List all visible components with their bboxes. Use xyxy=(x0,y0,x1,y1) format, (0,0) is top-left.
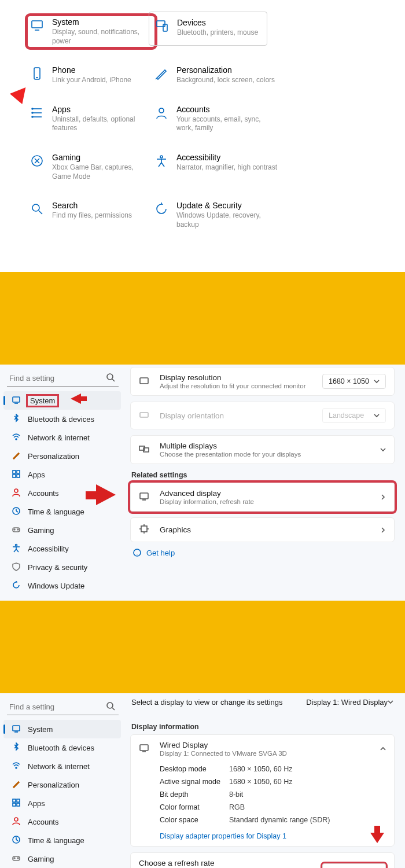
info-row: Bit depth8-bit xyxy=(160,788,386,801)
sidebar-item-update[interactable]: Windows Update xyxy=(3,576,121,595)
row-title: Advanced display xyxy=(160,489,380,498)
apps-icon xyxy=(29,105,45,121)
category-desc: Xbox Game Bar, captures, Game Mode xyxy=(52,163,153,181)
advanced-display-row[interactable]: Advanced displayDisplay information, ref… xyxy=(130,483,395,512)
display-information-label: Display information xyxy=(131,723,395,731)
display-selector-dropdown[interactable]: Display 1: Wired Display xyxy=(306,698,393,707)
resolution-dropdown[interactable]: 1680 × 1050 xyxy=(322,374,386,389)
personalization-icon xyxy=(12,451,22,461)
sidebar-item-privacy[interactable]: Privacy & security xyxy=(3,558,121,576)
settings-system-display: SystemBluetooth & devicesNetwork & inter… xyxy=(0,365,405,601)
refresh-rate-row[interactable]: Choose a refresh rateA higher rate gives… xyxy=(130,852,395,868)
apps-icon xyxy=(12,469,22,480)
sidebar-item-time[interactable]: Time & language xyxy=(3,831,121,849)
category-devices[interactable]: DevicesBluetooth, printers, mouse xyxy=(149,12,267,46)
row-title: Display resolution xyxy=(160,373,322,382)
category-title: Update & Security xyxy=(176,201,278,210)
category-personalization[interactable]: PersonalizationBackground, lock screen, … xyxy=(153,65,278,85)
chevron-right-icon xyxy=(380,527,386,533)
category-desc: Bluetooth, printers, mouse xyxy=(177,28,258,38)
devices-icon xyxy=(154,18,170,34)
display-info-card[interactable]: Wired DisplayDisplay 1: Connected to VMw… xyxy=(130,734,395,847)
svg-point-71 xyxy=(17,858,19,859)
info-key: Desktop mode xyxy=(160,765,229,773)
chevron-down-icon xyxy=(374,413,380,418)
multiple-displays-row[interactable]: Multiple displaysChoose the presentation… xyxy=(130,435,395,464)
category-search[interactable]: SearchFind my files, permissions xyxy=(29,201,153,229)
sidebar-item-label: Accounts xyxy=(28,818,58,826)
system-icon xyxy=(12,395,22,406)
info-key: Bit depth xyxy=(160,790,229,799)
row-desc: Adjust the resolution to fit your connec… xyxy=(160,382,322,389)
info-row: Color formatRGB xyxy=(160,801,386,814)
system-icon xyxy=(12,724,22,734)
svg-point-54 xyxy=(134,549,141,556)
category-gaming[interactable]: GamingXbox Game Bar, captures, Game Mode xyxy=(29,153,153,181)
sidebar-item-personalization[interactable]: Personalization xyxy=(3,447,121,465)
svg-point-60 xyxy=(16,767,17,768)
sidebar-item-label: Bluetooth & devices xyxy=(28,744,94,752)
svg-rect-43 xyxy=(140,378,148,384)
chevron-down-icon xyxy=(388,699,393,705)
refresh-rate-dropdown[interactable]: 60 Hz xyxy=(322,863,386,868)
svg-rect-29 xyxy=(13,475,16,477)
sidebar-item-bluetooth[interactable]: Bluetooth & devices xyxy=(3,410,121,428)
search-input-wrap xyxy=(7,370,119,387)
category-phone[interactable]: PhoneLink your Android, iPhone xyxy=(29,65,153,85)
sidebar-item-system[interactable]: System xyxy=(3,720,121,738)
display-resolution-row[interactable]: Display resolutionAdjust the resolution … xyxy=(130,367,395,396)
resolution-icon xyxy=(139,376,152,388)
sidebar-item-accounts[interactable]: Accounts xyxy=(3,812,121,831)
sidebar-item-apps[interactable]: Apps xyxy=(3,465,121,484)
sidebar-item-label: Time & language xyxy=(28,507,84,516)
search-input[interactable] xyxy=(7,699,119,715)
svg-line-68 xyxy=(16,840,18,841)
sidebar-item-gaming[interactable]: Gaming xyxy=(3,521,121,539)
settings-home: SystemDisplay, sound, notifications, pow… xyxy=(0,0,405,272)
accessibility-icon xyxy=(153,153,170,169)
sidebar-item-personalization[interactable]: Personalization xyxy=(3,775,121,794)
svg-rect-58 xyxy=(13,726,20,731)
svg-point-13 xyxy=(159,108,164,113)
info-row: Desktop mode1680 × 1050, 60 Hz xyxy=(160,763,386,775)
sidebar-item-apps[interactable]: Apps xyxy=(3,794,121,812)
sidebar-item-gaming[interactable]: Gaming xyxy=(3,849,121,868)
category-accounts[interactable]: AccountsYour accounts, email, sync, work… xyxy=(153,105,278,133)
svg-rect-27 xyxy=(13,470,16,473)
search-icon xyxy=(29,201,45,217)
gaming-icon xyxy=(12,525,22,535)
personalization-icon xyxy=(153,65,170,82)
category-title: Personalization xyxy=(176,65,275,75)
category-accessibility[interactable]: AccessibilityNarrator, magnifier, high c… xyxy=(153,153,278,181)
chevron-down-icon xyxy=(374,378,380,384)
category-desc: Display, sound, notifications, power xyxy=(52,28,153,46)
network-icon xyxy=(12,432,22,443)
adapter-properties-link[interactable]: Display adapter properties for Display 1 xyxy=(160,832,286,840)
sidebar-item-accessibility[interactable]: Accessibility xyxy=(3,539,121,558)
row-desc: Display 1: Connected to VMware SVGA 3D xyxy=(160,750,380,757)
category-title: Apps xyxy=(52,105,153,114)
info-row: Active signal mode1680 × 1050, 60 Hz xyxy=(160,775,386,788)
category-system[interactable]: SystemDisplay, sound, notifications, pow… xyxy=(29,17,153,46)
sidebar-item-label: Apps xyxy=(28,799,45,808)
category-apps[interactable]: AppsUninstall, defaults, optional featur… xyxy=(29,105,153,133)
bluetooth-icon xyxy=(12,414,22,424)
sidebar-item-network[interactable]: Network & internet xyxy=(3,428,121,447)
svg-rect-49 xyxy=(141,526,147,532)
sidebar-item-system[interactable]: System xyxy=(3,391,121,410)
svg-line-18 xyxy=(159,163,161,167)
get-help-link[interactable]: Get help xyxy=(132,548,395,557)
sidebar-item-label: Apps xyxy=(28,470,45,479)
graphics-row[interactable]: Graphics xyxy=(130,517,395,542)
svg-rect-63 xyxy=(13,803,16,806)
search-input[interactable] xyxy=(7,370,119,387)
sidebar-item-network[interactable]: Network & internet xyxy=(3,757,121,775)
category-update[interactable]: Update & SecurityWindows Update, recover… xyxy=(153,201,278,229)
svg-line-42 xyxy=(16,549,19,552)
svg-rect-44 xyxy=(140,413,148,417)
category-desc: Background, lock screen, colors xyxy=(176,76,275,85)
category-title: Devices xyxy=(177,18,258,27)
sidebar: SystemBluetooth & devicesNetwork & inter… xyxy=(0,693,124,868)
row-title: Multiple displays xyxy=(160,442,380,450)
sidebar-item-bluetooth[interactable]: Bluetooth & devices xyxy=(3,738,121,757)
